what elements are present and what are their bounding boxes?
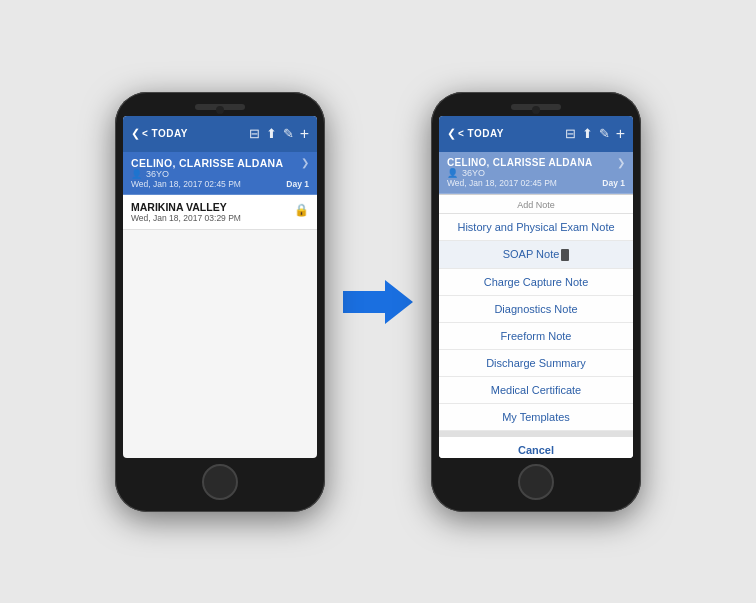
arrow-container xyxy=(343,277,413,327)
patient-date-active: Wed, Jan 18, 2017 02:45 PM xyxy=(131,179,241,189)
phone-camera xyxy=(216,106,224,114)
menu-item-soap[interactable]: SOAP Note xyxy=(439,241,633,269)
patient-name-active: CELINO, CLARISSE ALDANA xyxy=(131,157,283,169)
patient-name-plain: MARIKINA VALLEY xyxy=(131,201,290,213)
person-icon-right: 👤 xyxy=(447,168,458,178)
share-icon[interactable]: ⬆ xyxy=(266,126,277,141)
patient-name-right: CELINO, CLARISSE ALDANA xyxy=(447,157,592,168)
text-cursor-icon xyxy=(561,249,569,261)
phone-camera-right xyxy=(532,106,540,114)
phone-right: ❮ < TODAY ⊟ ⬆ ✎ + CELINO, CLARISSE ALDAN… xyxy=(431,92,641,512)
phone-left: ❮ < TODAY ⊟ ⬆ ✎ + CELINO, CLARISSE ALDAN… xyxy=(115,92,325,512)
cancel-button[interactable]: Cancel xyxy=(439,431,633,458)
menu-item-history[interactable]: History and Physical Exam Note xyxy=(439,214,633,241)
phone-screen-left: ❮ < TODAY ⊟ ⬆ ✎ + CELINO, CLARISSE ALDAN… xyxy=(123,116,317,458)
back-chevron-icon-right: ❮ xyxy=(447,127,456,140)
soap-note-label: SOAP Note xyxy=(503,248,560,260)
patient-age-right: 36YO xyxy=(462,168,485,178)
patient-date-plain: Wed, Jan 18, 2017 03:29 PM xyxy=(131,213,290,223)
patient-info-active: 👤 36YO xyxy=(131,169,309,179)
menu-item-discharge[interactable]: Discharge Summary xyxy=(439,350,633,377)
nav-icons-left: ⊟ ⬆ ✎ + xyxy=(249,125,309,143)
phone-screen-right: ❮ < TODAY ⊟ ⬆ ✎ + CELINO, CLARISSE ALDAN… xyxy=(439,116,633,458)
menu-item-freeform[interactable]: Freeform Note xyxy=(439,323,633,350)
add-note-sheet: Add Note History and Physical Exam Note … xyxy=(439,194,633,458)
day-badge-right: Day 1 xyxy=(602,178,625,188)
patient-meta: Wed, Jan 18, 2017 02:45 PM Day 1 xyxy=(131,179,309,189)
nav-bar-right: ❮ < TODAY ⊟ ⬆ ✎ + xyxy=(439,116,633,152)
back-button-left[interactable]: ❮ < TODAY xyxy=(131,127,188,140)
patient-meta-right: Wed, Jan 18, 2017 02:45 PM Day 1 xyxy=(447,178,625,188)
direction-arrow-icon xyxy=(343,277,413,327)
nav-icons-right: ⊟ ⬆ ✎ + xyxy=(565,125,625,143)
compose-icon[interactable]: ✎ xyxy=(283,126,294,141)
filter-icon[interactable]: ⊟ xyxy=(249,126,260,141)
patient-row-active[interactable]: CELINO, CLARISSE ALDANA ❯ 👤 36YO Wed, Ja… xyxy=(123,152,317,195)
menu-item-charge[interactable]: Charge Capture Note xyxy=(439,269,633,296)
filter-icon-right[interactable]: ⊟ xyxy=(565,126,576,141)
person-icon: 👤 xyxy=(131,169,142,179)
sheet-header: Add Note xyxy=(439,195,633,214)
add-icon-right[interactable]: + xyxy=(616,125,625,143)
phone-home-button-right[interactable] xyxy=(518,464,554,500)
chevron-right-icon: ❯ xyxy=(301,157,309,168)
patient-content-plain: MARIKINA VALLEY Wed, Jan 18, 2017 03:29 … xyxy=(131,201,290,223)
menu-item-diagnostics[interactable]: Diagnostics Note xyxy=(439,296,633,323)
patient-row-right: CELINO, CLARISSE ALDANA ❯ 👤 36YO Wed, Ja… xyxy=(439,152,633,194)
patient-age: 36YO xyxy=(146,169,169,179)
share-icon-right[interactable]: ⬆ xyxy=(582,126,593,141)
patient-info-right: 👤 36YO xyxy=(447,168,625,178)
lock-icon: 🔒 xyxy=(294,203,309,217)
back-label-right: < TODAY xyxy=(458,128,504,139)
back-label: < TODAY xyxy=(142,128,188,139)
back-chevron-icon: ❮ xyxy=(131,127,140,140)
patient-date-right: Wed, Jan 18, 2017 02:45 PM xyxy=(447,178,557,188)
chevron-right-icon-right: ❯ xyxy=(617,157,625,168)
add-icon[interactable]: + xyxy=(300,125,309,143)
menu-item-templates[interactable]: My Templates xyxy=(439,404,633,431)
menu-item-medical[interactable]: Medical Certificate xyxy=(439,377,633,404)
day-badge: Day 1 xyxy=(286,179,309,189)
phone-home-button-left[interactable] xyxy=(202,464,238,500)
patient-row-plain[interactable]: MARIKINA VALLEY Wed, Jan 18, 2017 03:29 … xyxy=(123,195,317,230)
svg-marker-0 xyxy=(343,280,413,324)
compose-icon-right[interactable]: ✎ xyxy=(599,126,610,141)
nav-bar-left: ❮ < TODAY ⊟ ⬆ ✎ + xyxy=(123,116,317,152)
back-button-right[interactable]: ❮ < TODAY xyxy=(447,127,504,140)
